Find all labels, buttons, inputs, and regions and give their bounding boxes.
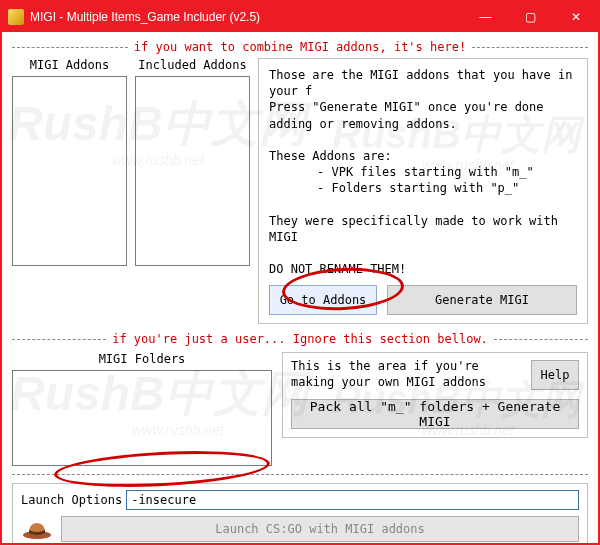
window-title: MIGI - Multiple Items_Game Includer (v2.… <box>30 10 463 24</box>
addons-row: MIGI Addons Included Addons Those are th… <box>12 58 588 324</box>
help-button[interactable]: Help <box>531 360 579 390</box>
section1-heading-row: if you want to combine MIGI addons, it's… <box>12 40 588 54</box>
close-button[interactable]: ✕ <box>553 2 598 32</box>
migi-folders-label: MIGI Folders <box>12 352 272 366</box>
launch-panel: Launch Options Launch CS:GO with MIGI ad… <box>12 483 588 545</box>
migi-addons-listbox[interactable] <box>12 76 127 266</box>
launch-options-input[interactable] <box>126 490 579 510</box>
generate-migi-label: Generate MIGI <box>435 292 529 308</box>
divider-row <box>12 474 588 475</box>
hat-icon <box>21 517 53 541</box>
pack-generate-label: Pack all "m_" folders + Generate MIGI <box>292 399 578 429</box>
minimize-button[interactable]: — <box>463 2 508 32</box>
client-area: if you want to combine MIGI addons, it's… <box>2 32 598 545</box>
addons-description-panel: Those are the MIGI addons that you have … <box>258 58 588 324</box>
desc-bullet: - Folders starting with "p_" <box>269 180 577 196</box>
migi-addons-label: MIGI Addons <box>12 58 127 72</box>
titlebar: MIGI - Multiple Items_Game Includer (v2.… <box>2 2 598 32</box>
included-addons-listbox[interactable] <box>135 76 250 266</box>
help-button-label: Help <box>541 368 570 382</box>
window-controls: — ▢ ✕ <box>463 2 598 32</box>
launch-csgo-label: Launch CS:GO with MIGI addons <box>215 522 425 536</box>
maximize-button[interactable]: ▢ <box>508 2 553 32</box>
migi-folders-col: MIGI Folders <box>12 352 272 466</box>
goto-addons-button[interactable]: Go to Addons <box>269 285 377 315</box>
desc-line: Those are the MIGI addons that you have … <box>269 67 577 99</box>
launch-csgo-button[interactable]: Launch CS:GO with MIGI addons <box>61 516 579 542</box>
maker-text: This is the area if you're making your o… <box>291 359 523 390</box>
addons-button-row: Go to Addons Generate MIGI <box>269 285 577 315</box>
section1-heading: if you want to combine MIGI addons, it's… <box>128 40 472 54</box>
included-addons-col: Included Addons <box>135 58 250 324</box>
maker-row: MIGI Folders This is the area if you're … <box>12 352 588 466</box>
desc-bullet: - VPK files starting with "m_" <box>269 164 577 180</box>
desc-line: These Addons are: <box>269 148 577 164</box>
section2-heading-row: if you're just a user... Ignore this sec… <box>12 332 588 346</box>
launch-options-label: Launch Options <box>21 493 122 507</box>
launch-button-row: Launch CS:GO with MIGI addons <box>21 516 579 542</box>
launch-options-row: Launch Options <box>21 490 579 510</box>
migi-addons-col: MIGI Addons <box>12 58 127 324</box>
desc-line: Press "Generate MIGI" once you're done a… <box>269 99 577 131</box>
desc-line: DO NOT RENAME THEM! <box>269 261 577 277</box>
maker-panel: This is the area if you're making your o… <box>282 352 588 437</box>
goto-addons-label: Go to Addons <box>280 292 367 308</box>
section2-heading: if you're just a user... Ignore this sec… <box>106 332 494 346</box>
pack-generate-button[interactable]: Pack all "m_" folders + Generate MIGI <box>291 399 579 429</box>
included-addons-label: Included Addons <box>135 58 250 72</box>
app-icon <box>8 9 24 25</box>
migi-folders-listbox[interactable] <box>12 370 272 466</box>
generate-migi-button[interactable]: Generate MIGI <box>387 285 577 315</box>
desc-line: They were specifically made to work with… <box>269 213 577 245</box>
maker-right-col: This is the area if you're making your o… <box>282 352 588 466</box>
